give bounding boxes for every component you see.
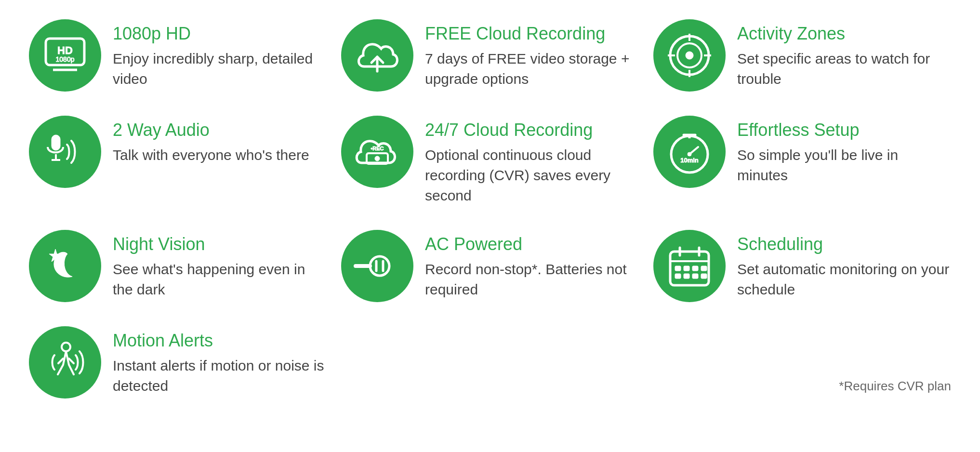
svg-rect-37 bbox=[675, 274, 681, 279]
cloud-rec-icon-circle: •REC bbox=[341, 116, 413, 188]
247-cloud-text: 24/7 Cloud Recording Optional continuous… bbox=[425, 116, 639, 206]
svg-point-15 bbox=[375, 156, 380, 161]
feature-hd-1080p: HD 1080p 1080p HD Enjoy incredibly sharp… bbox=[29, 19, 327, 92]
feature-activity-zones: Activity Zones Set specific areas to wat… bbox=[653, 19, 951, 92]
svg-rect-11 bbox=[52, 135, 60, 150]
plug-icon bbox=[353, 247, 401, 285]
activity-zones-desc: Set specific areas to watch for trouble bbox=[737, 49, 951, 89]
cloud-rec-icon: •REC bbox=[353, 130, 401, 173]
feature-night-vision: Night Vision See what's happening even i… bbox=[29, 230, 327, 302]
svg-point-6 bbox=[686, 52, 693, 59]
activity-zones-title: Activity Zones bbox=[737, 23, 951, 44]
footnote: *Requires CVR plan bbox=[839, 379, 951, 394]
motion-icon-circle bbox=[29, 326, 101, 399]
feature-motion-alerts: Motion Alerts Instant alerts if motion o… bbox=[29, 326, 327, 399]
motion-icon bbox=[41, 338, 89, 386]
two-way-audio-title: 2 Way Audio bbox=[113, 120, 309, 140]
audio-icon-circle bbox=[29, 116, 101, 188]
night-icon bbox=[41, 242, 89, 290]
svg-rect-36 bbox=[701, 266, 707, 271]
two-way-audio-desc: Talk with everyone who's there bbox=[113, 145, 309, 165]
audio-icon bbox=[41, 130, 89, 173]
timer-icon: 10min bbox=[665, 128, 714, 176]
svg-rect-39 bbox=[692, 274, 698, 279]
hd-text: 1080p HD Enjoy incredibly sharp, detaile… bbox=[113, 19, 327, 89]
empty-cell bbox=[341, 326, 639, 399]
hd-desc: Enjoy incredibly sharp, detailed video bbox=[113, 49, 327, 89]
feature-scheduling: Scheduling Set automatic monitoring on y… bbox=[653, 230, 951, 302]
motion-alerts-title: Motion Alerts bbox=[113, 330, 327, 351]
247-cloud-desc: Optional continuous cloud recording (CVR… bbox=[425, 145, 639, 206]
svg-text:•REC: •REC bbox=[371, 146, 384, 151]
247-cloud-title: 24/7 Cloud Recording bbox=[425, 120, 639, 140]
two-way-audio-text: 2 Way Audio Talk with everyone who's the… bbox=[113, 116, 309, 165]
ac-powered-text: AC Powered Record non-stop*. Batteries n… bbox=[425, 230, 639, 300]
feature-two-way-audio: 2 Way Audio Talk with everyone who's the… bbox=[29, 116, 327, 206]
plug-icon-circle bbox=[341, 230, 413, 302]
scheduling-text: Scheduling Set automatic monitoring on y… bbox=[737, 230, 951, 300]
cloud-recording-text: FREE Cloud Recording 7 days of FREE vide… bbox=[425, 19, 639, 89]
target-icon-circle bbox=[653, 19, 726, 92]
hd-title: 1080p HD bbox=[113, 23, 327, 44]
features-grid: HD 1080p 1080p HD Enjoy incredibly sharp… bbox=[29, 19, 951, 399]
svg-rect-35 bbox=[692, 266, 698, 271]
calendar-icon bbox=[665, 242, 714, 290]
svg-point-25 bbox=[370, 256, 389, 276]
motion-alerts-text: Motion Alerts Instant alerts if motion o… bbox=[113, 326, 327, 396]
feature-ac-powered: AC Powered Record non-stop*. Batteries n… bbox=[341, 230, 639, 302]
timer-icon-circle: 10min bbox=[653, 116, 726, 188]
cloud-upload-icon bbox=[355, 35, 400, 76]
svg-text:HD: HD bbox=[57, 44, 73, 56]
svg-rect-33 bbox=[675, 266, 681, 271]
target-icon bbox=[665, 31, 714, 80]
feature-effortless-setup: 10min Effortless Setup So simple you'll … bbox=[653, 116, 951, 206]
effortless-setup-title: Effortless Setup bbox=[737, 120, 951, 140]
svg-text:10min: 10min bbox=[680, 157, 699, 164]
night-icon-circle bbox=[29, 230, 101, 302]
ac-powered-desc: Record non-stop*. Batteries not required bbox=[425, 259, 639, 300]
cloud-upload-icon-circle bbox=[341, 19, 413, 92]
hd-icon-circle: HD 1080p bbox=[29, 19, 101, 92]
scheduling-title: Scheduling bbox=[737, 234, 951, 254]
svg-rect-38 bbox=[684, 274, 689, 279]
scheduling-desc: Set automatic monitoring on your schedul… bbox=[737, 259, 951, 300]
calendar-icon-circle bbox=[653, 230, 726, 302]
hd-icon: HD 1080p bbox=[43, 34, 87, 77]
motion-alerts-desc: Instant alerts if motion or noise is det… bbox=[113, 356, 327, 396]
cloud-recording-desc: 7 days of FREE video storage + upgrade o… bbox=[425, 49, 639, 89]
night-vision-text: Night Vision See what's happening even i… bbox=[113, 230, 327, 300]
effortless-setup-text: Effortless Setup So simple you'll be liv… bbox=[737, 116, 951, 186]
feature-free-cloud: FREE Cloud Recording 7 days of FREE vide… bbox=[341, 19, 639, 92]
cloud-recording-title: FREE Cloud Recording bbox=[425, 23, 639, 44]
night-vision-title: Night Vision bbox=[113, 234, 327, 254]
feature-247-cloud: •REC 24/7 Cloud Recording Optional conti… bbox=[341, 116, 639, 206]
svg-text:1080p: 1080p bbox=[56, 55, 75, 63]
effortless-setup-desc: So simple you'll be live in minutes bbox=[737, 145, 951, 186]
footnote-cell: *Requires CVR plan bbox=[653, 326, 951, 399]
ac-powered-title: AC Powered bbox=[425, 234, 639, 254]
svg-point-21 bbox=[688, 152, 691, 156]
night-vision-desc: See what's happening even in the dark bbox=[113, 259, 327, 300]
svg-rect-34 bbox=[684, 266, 689, 271]
svg-rect-40 bbox=[701, 274, 707, 279]
svg-point-41 bbox=[62, 343, 70, 351]
activity-zones-text: Activity Zones Set specific areas to wat… bbox=[737, 19, 951, 89]
